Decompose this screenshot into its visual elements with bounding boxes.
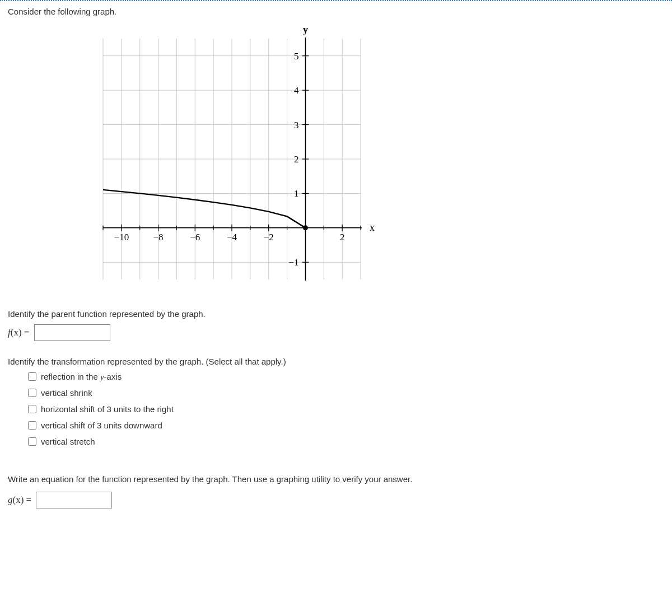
option-label: vertical shrink bbox=[41, 388, 92, 398]
fx-input[interactable] bbox=[34, 324, 110, 341]
question-1: Identify the parent function represented… bbox=[8, 309, 664, 341]
graph: −10−8−6−4−22−112345xy bbox=[75, 22, 664, 292]
option-label: vertical shift of 3 units downward bbox=[41, 421, 162, 430]
svg-text:−2: −2 bbox=[264, 232, 274, 242]
svg-text:−10: −10 bbox=[114, 232, 129, 242]
option-checkbox[interactable] bbox=[28, 405, 36, 413]
option-row: reflection in the y-axis bbox=[26, 371, 664, 382]
svg-text:1: 1 bbox=[294, 188, 299, 199]
svg-text:x: x bbox=[370, 222, 375, 233]
svg-text:5: 5 bbox=[294, 51, 299, 62]
option-row: vertical shift of 3 units downward bbox=[26, 419, 664, 431]
option-label: vertical stretch bbox=[41, 437, 95, 446]
svg-point-58 bbox=[303, 225, 308, 230]
svg-text:3: 3 bbox=[294, 120, 299, 130]
svg-text:2: 2 bbox=[340, 232, 345, 242]
option-checkbox[interactable] bbox=[28, 372, 36, 381]
chart-svg: −10−8−6−4−22−112345xy bbox=[75, 22, 377, 291]
svg-text:−6: −6 bbox=[190, 232, 200, 242]
q3-text: Write an equation for the function repre… bbox=[8, 474, 664, 484]
svg-text:−8: −8 bbox=[153, 232, 164, 242]
svg-text:y: y bbox=[303, 24, 308, 35]
option-row: vertical stretch bbox=[26, 436, 664, 447]
options-list: reflection in the y-axisvertical shrinkh… bbox=[26, 371, 664, 447]
option-row: horizontal shift of 3 units to the right bbox=[26, 403, 664, 415]
svg-text:−1: −1 bbox=[288, 257, 298, 268]
option-checkbox[interactable] bbox=[28, 437, 36, 446]
prompt-text: Consider the following graph. bbox=[8, 7, 664, 16]
question-2: Identify the transformation represented … bbox=[8, 357, 664, 447]
q2-text: Identify the transformation represented … bbox=[8, 357, 664, 366]
svg-text:4: 4 bbox=[294, 85, 299, 96]
q1-label: f(x) = bbox=[8, 327, 29, 338]
question-3: Write an equation for the function repre… bbox=[8, 474, 664, 508]
option-row: vertical shrink bbox=[26, 387, 664, 399]
option-label: horizontal shift of 3 units to the right bbox=[41, 404, 174, 414]
option-checkbox[interactable] bbox=[28, 389, 36, 397]
gx-input[interactable] bbox=[36, 492, 112, 508]
option-label: reflection in the y-axis bbox=[41, 372, 122, 382]
svg-text:2: 2 bbox=[294, 154, 299, 165]
q3-label: g(x) = bbox=[8, 494, 31, 506]
svg-text:−4: −4 bbox=[227, 232, 237, 242]
q1-text: Identify the parent function represented… bbox=[8, 309, 664, 319]
option-checkbox[interactable] bbox=[28, 421, 36, 430]
